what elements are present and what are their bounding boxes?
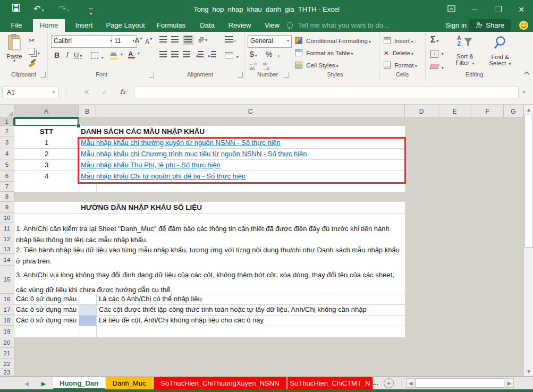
- row-header-20[interactable]: 20: [0, 337, 14, 348]
- sheet-tab-sothuchien_chithuongxuyen_nsnn[interactable]: SoThucHien_ChiThuongXuyen_NSNN: [154, 377, 286, 390]
- row-header-5[interactable]: 5: [0, 159, 14, 171]
- column-header-e[interactable]: E: [438, 105, 471, 118]
- decrease-decimal-button[interactable]: .00→.0: [261, 62, 269, 71]
- sign-in-link[interactable]: Sign in: [445, 19, 467, 32]
- enter-entry-button[interactable]: ✓: [97, 87, 113, 98]
- active-cell-a1[interactable]: [14, 118, 79, 126]
- cell-b9-guide-title[interactable]: HƯỚNG DẪN NHẬP KHẨU SỐ LIỆU: [81, 202, 202, 213]
- align-left-button[interactable]: [159, 51, 167, 59]
- row-header-6[interactable]: 6: [0, 171, 14, 182]
- middle-align-button[interactable]: [171, 36, 179, 44]
- cell-styles-button[interactable]: Cell Styles▾: [295, 62, 339, 69]
- find-select-button[interactable]: Find &Select ▾: [484, 34, 517, 66]
- format-painter-button[interactable]: [29, 59, 35, 67]
- ribbon-tab-file[interactable]: File: [4, 19, 29, 32]
- row-header-15[interactable]: 15: [0, 266, 14, 294]
- merge-center-button[interactable]: ▾: [225, 52, 239, 60]
- orientation-button[interactable]: ab▾: [198, 36, 207, 42]
- ribbon-tab-formulas[interactable]: Formulas: [152, 19, 190, 32]
- select-all-corner[interactable]: [0, 105, 14, 118]
- bottom-align-button[interactable]: [183, 35, 193, 45]
- formula-bar-splitter[interactable]: ⋮: [63, 88, 69, 95]
- scroll-up-button[interactable]: ▲: [524, 105, 533, 114]
- ribbon-tab-review[interactable]: Review: [224, 19, 255, 32]
- row-header-14[interactable]: 14: [0, 254, 14, 266]
- scroll-right-button[interactable]: ▶: [505, 378, 514, 388]
- italic-button[interactable]: I: [65, 51, 68, 59]
- font-name-combo[interactable]: Calibri▾: [51, 35, 115, 48]
- horizontal-scroll-thumb[interactable]: [416, 378, 504, 388]
- column-header-a[interactable]: A: [14, 105, 79, 118]
- paste-button[interactable]: Paste ▾: [3, 34, 26, 69]
- underline-button[interactable]: U▾: [74, 51, 82, 59]
- decrease-indent-button[interactable]: ◂: [196, 51, 204, 59]
- font-size-combo[interactable]: 11▾: [112, 35, 137, 48]
- borders-button[interactable]: ▾: [91, 52, 104, 61]
- cut-button[interactable]: ✂: [29, 36, 35, 45]
- sort-filter-button[interactable]: AZ Sort &Filter ▾: [449, 34, 481, 66]
- row-header-4[interactable]: 4: [0, 148, 14, 159]
- redo-button[interactable]: ↷▾: [57, 3, 71, 16]
- sheet-tab-danh_muc[interactable]: Danh_Muc: [106, 377, 153, 390]
- decrease-font-size-button[interactable]: A▼: [145, 37, 153, 46]
- row-header-1[interactable]: 1: [0, 118, 14, 126]
- row-header-12[interactable]: 12: [0, 234, 14, 244]
- align-right-button[interactable]: [183, 51, 190, 59]
- tab-scroll-splitter[interactable]: ⋮: [399, 379, 404, 386]
- ribbon-tab-home[interactable]: Home: [33, 19, 65, 32]
- scroll-down-button[interactable]: ▼: [524, 367, 533, 376]
- bold-button[interactable]: B: [54, 51, 60, 59]
- increase-decimal-button[interactable]: ←.0.00: [249, 62, 257, 71]
- sheet-tab-sothuchien_chictmt_n[interactable]: SoThucHien_ChiCTMT_N: [287, 377, 373, 390]
- ribbon-tab-insert[interactable]: Insert: [69, 19, 99, 32]
- name-box-dropdown-icon[interactable]: ▾: [53, 87, 55, 98]
- percent-style-button[interactable]: %: [266, 50, 272, 58]
- next-sheet-button[interactable]: ▶: [38, 377, 49, 390]
- font-color-button[interactable]: A ▾: [128, 50, 135, 58]
- wrap-text-button[interactable]: ↵: [225, 36, 237, 44]
- alignment-dialog-launcher[interactable]: [238, 72, 243, 78]
- sheet-tab-huong_dan[interactable]: Huong_Dan: [53, 377, 105, 390]
- clipboard-dialog-launcher[interactable]: [40, 72, 46, 78]
- column-header-c[interactable]: C: [96, 105, 405, 118]
- share-button[interactable]: Share: [469, 19, 511, 32]
- row-header-23[interactable]: 23: [0, 369, 14, 376]
- tell-me-box[interactable]: Tell me what you want to do...: [287, 19, 389, 32]
- increase-font-size-button[interactable]: A▲: [134, 36, 143, 45]
- conditional-formatting-button[interactable]: Conditional Formatting▾: [295, 37, 371, 44]
- name-box[interactable]: A1 ▾: [2, 87, 58, 98]
- ribbon-tab-data[interactable]: Data: [194, 19, 220, 32]
- align-center-button[interactable]: [171, 51, 179, 59]
- row-header-21[interactable]: 21: [0, 348, 14, 359]
- cancel-entry-button[interactable]: ✕: [79, 87, 95, 98]
- fill-button[interactable]: ↓ ▾: [430, 49, 444, 58]
- save-button[interactable]: [10, 3, 22, 15]
- row-header-17[interactable]: 17: [0, 304, 14, 315]
- vertical-scrollbar[interactable]: ▲ ▼: [523, 105, 533, 376]
- number-dialog-launcher[interactable]: [284, 72, 289, 78]
- undo-button[interactable]: ↶▾: [32, 3, 46, 16]
- fill-color-button[interactable]: ▾: [110, 51, 117, 59]
- feedback-smiley-button[interactable]: [519, 20, 529, 32]
- column-header-b[interactable]: B: [79, 105, 96, 118]
- column-header-g[interactable]: G: [504, 105, 523, 118]
- copy-button[interactable]: ▾: [29, 48, 40, 56]
- row-header-3[interactable]: 3: [0, 137, 14, 148]
- more-sheets-indicator[interactable]: ...: [373, 377, 378, 390]
- collapse-ribbon-button[interactable]: [523, 70, 530, 76]
- close-button[interactable]: ✕: [510, 0, 533, 19]
- cell-a2-stt-header[interactable]: STT: [14, 126, 79, 137]
- row-header-22[interactable]: 22: [0, 359, 14, 369]
- insert-cells-button[interactable]: Insert▾: [384, 37, 413, 44]
- row-header-8[interactable]: 8: [0, 192, 14, 202]
- row-header-11[interactable]: 11: [0, 223, 14, 234]
- comma-style-button[interactable]: ,: [277, 49, 280, 58]
- maximize-button[interactable]: [486, 0, 510, 19]
- row-header-13[interactable]: 13: [0, 244, 14, 254]
- font-dialog-launcher[interactable]: [149, 72, 154, 78]
- cell-b2-list-title[interactable]: DANH SÁCH CÁC MẪU NHẬP KHẨU: [81, 126, 205, 137]
- format-cells-button[interactable]: Format▾: [384, 62, 417, 69]
- column-header-d[interactable]: D: [405, 105, 438, 118]
- row-header-18[interactable]: 18: [0, 315, 14, 326]
- insert-function-button[interactable]: fx: [115, 87, 131, 98]
